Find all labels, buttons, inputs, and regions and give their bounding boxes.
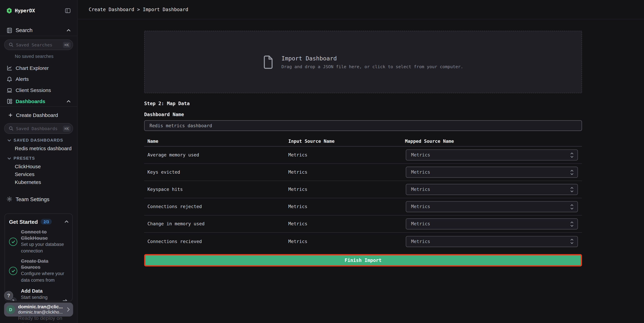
chart-icon bbox=[6, 65, 12, 71]
sidebar-collapse-icon[interactable] bbox=[65, 8, 70, 13]
sidebar-item-alerts[interactable]: Alerts bbox=[0, 73, 77, 84]
table-row: Connections rejected Metrics Metrics bbox=[144, 198, 582, 216]
saved-dashboards-input[interactable] bbox=[14, 126, 63, 131]
chevron-up-icon[interactable] bbox=[66, 100, 70, 102]
progress-badge: 2/3 bbox=[41, 219, 52, 224]
preset-item[interactable]: Services bbox=[0, 171, 77, 178]
search-icon bbox=[8, 126, 14, 131]
search-section-label: Search bbox=[16, 27, 32, 33]
input-source-cell: Metrics bbox=[288, 187, 405, 192]
select-caret-icon bbox=[570, 186, 574, 192]
chevron-up-icon[interactable] bbox=[66, 29, 70, 31]
select-caret-icon bbox=[570, 169, 574, 175]
nav-label: Client Sessions bbox=[16, 87, 51, 93]
group-label: SAVED DASHBOARDS bbox=[14, 138, 63, 142]
nav-label: Dashboards bbox=[16, 98, 45, 104]
logo-row: HyperDX bbox=[0, 5, 77, 16]
mapped-source-select[interactable]: Metrics bbox=[406, 218, 578, 230]
sidebar-item-client-sessions[interactable]: Client Sessions bbox=[0, 84, 77, 96]
preset-item[interactable]: ClickHouse bbox=[0, 163, 77, 170]
task-description: Set up your database connection bbox=[21, 241, 68, 254]
file-icon bbox=[263, 55, 274, 69]
selected-value: Metrics bbox=[411, 221, 430, 227]
group-label: PRESETS bbox=[14, 156, 35, 160]
json-dropzone[interactable]: Import Dashboard Drag and drop a JSON fi… bbox=[144, 31, 582, 93]
task-title: Connect to ClickHouse bbox=[21, 229, 68, 241]
group-presets[interactable]: PRESETS bbox=[0, 155, 77, 161]
select-caret-icon bbox=[570, 152, 574, 158]
chevron-right-icon bbox=[67, 307, 70, 312]
app-window: HyperDX Search bbox=[0, 0, 644, 323]
table-row: Change in memory used Metrics Metrics bbox=[144, 216, 582, 233]
shortcut-badge: ⌘K bbox=[63, 125, 70, 131]
sidebar-section-search[interactable]: Search bbox=[0, 25, 77, 36]
finish-import-label: Finish Import bbox=[345, 257, 382, 263]
input-source-cell: Metrics bbox=[288, 204, 405, 209]
get-started-header[interactable]: Get Started 2/3 bbox=[9, 218, 69, 226]
team-settings-label: Team Settings bbox=[16, 196, 49, 202]
saved-searches-input[interactable] bbox=[14, 42, 63, 47]
chart-name-cell: Connections rejected bbox=[148, 204, 288, 209]
dashboard-name: Redis metrics dashboard bbox=[15, 146, 72, 152]
user-name: dominic.tran@clic... bbox=[18, 304, 67, 310]
divider bbox=[0, 36, 77, 36]
sidebar-item-chart-explorer[interactable]: Chart Explorer bbox=[0, 62, 77, 74]
chevron-down-icon bbox=[8, 157, 11, 159]
get-started-title: Get Started bbox=[9, 219, 38, 225]
dashboard-name-input[interactable] bbox=[144, 120, 582, 131]
sidebar-item-dashboards[interactable]: Dashboards bbox=[0, 96, 77, 107]
mapped-source-select[interactable]: Metrics bbox=[406, 167, 578, 178]
finish-import-button[interactable]: Finish Import bbox=[144, 254, 582, 267]
saved-dashboards-search[interactable]: ⌘K bbox=[4, 123, 73, 134]
check-circle-icon bbox=[9, 267, 18, 275]
create-dashboard-button[interactable]: Create Dashboard bbox=[0, 109, 77, 121]
preset-label: ClickHouse bbox=[15, 164, 41, 170]
chevron-up-icon[interactable] bbox=[64, 220, 68, 223]
group-saved-dashboards[interactable]: SAVED DASHBOARDS bbox=[0, 137, 77, 143]
input-source-cell: Metrics bbox=[288, 170, 405, 175]
dashboard-name-label: Dashboard Name bbox=[144, 112, 582, 117]
get-started-item-connect[interactable]: Connect to ClickHouse Set up your databa… bbox=[9, 229, 69, 254]
saved-dashboard-item[interactable]: Redis metrics dashboard bbox=[0, 145, 77, 152]
table-row: Keys evicted Metrics Metrics bbox=[144, 164, 582, 181]
selected-value: Metrics bbox=[411, 239, 430, 244]
no-saved-searches-note: No saved searches bbox=[15, 54, 54, 59]
mapping-table: Name Input Source Name Mapped Source Nam… bbox=[144, 136, 582, 250]
get-started-item-sources[interactable]: Create Data Sources Configure where your… bbox=[9, 258, 69, 283]
create-dashboard-label: Create Dashboard bbox=[16, 112, 58, 118]
table-header-row: Name Input Source Name Mapped Source Nam… bbox=[144, 136, 582, 147]
chart-name-cell: Change in memory used bbox=[148, 221, 288, 227]
selected-value: Metrics bbox=[411, 187, 430, 192]
app-title: HyperDX bbox=[15, 8, 35, 13]
mapped-source-select[interactable]: Metrics bbox=[406, 236, 578, 247]
arrow-right-icon bbox=[62, 299, 68, 301]
get-started-item-add-data[interactable]: 3 Add Data Start sending logs, metrics, … bbox=[9, 288, 69, 302]
laptop-icon bbox=[6, 87, 12, 93]
user-menu[interactable]: D dominic.tran@clic... dominic.tran@clic… bbox=[4, 303, 73, 317]
mapped-source-select[interactable]: Metrics bbox=[406, 184, 578, 195]
mapped-source-select[interactable]: Metrics bbox=[406, 201, 578, 212]
preset-label: Kubernetes bbox=[15, 179, 41, 185]
topbar: Create Dashboard > Import Dashboard bbox=[78, 0, 644, 19]
selected-value: Metrics bbox=[411, 152, 430, 158]
column-header-mapped-source: Mapped Source Name bbox=[405, 139, 582, 144]
select-caret-icon bbox=[570, 221, 574, 227]
get-started-card: Get Started 2/3 Connect to ClickHouse Se… bbox=[4, 214, 73, 302]
chart-name-cell: Keys evicted bbox=[148, 170, 288, 175]
preset-item[interactable]: Kubernetes bbox=[0, 179, 77, 186]
user-email: dominic.tran@clickho... bbox=[18, 310, 67, 315]
selected-value: Metrics bbox=[411, 204, 430, 209]
saved-searches-search[interactable]: ⌘K bbox=[4, 39, 73, 50]
sidebar-item-team-settings[interactable]: Team Settings bbox=[0, 194, 77, 204]
bell-icon bbox=[6, 76, 12, 82]
help-button[interactable]: ? bbox=[4, 291, 13, 300]
dashboards-icon bbox=[6, 98, 12, 104]
avatar: D bbox=[6, 305, 15, 314]
breadcrumb: Create Dashboard > Import Dashboard bbox=[89, 6, 188, 12]
chart-name-cell: Keyspace hits bbox=[148, 187, 288, 192]
task-description: Configure where your data comes from bbox=[21, 271, 68, 283]
mapped-source-select[interactable]: Metrics bbox=[406, 149, 578, 160]
input-source-cell: Metrics bbox=[288, 221, 405, 227]
table-row: Connections recieved Metrics Metrics bbox=[144, 233, 582, 250]
table-row: Average memory used Metrics Metrics bbox=[144, 146, 582, 164]
